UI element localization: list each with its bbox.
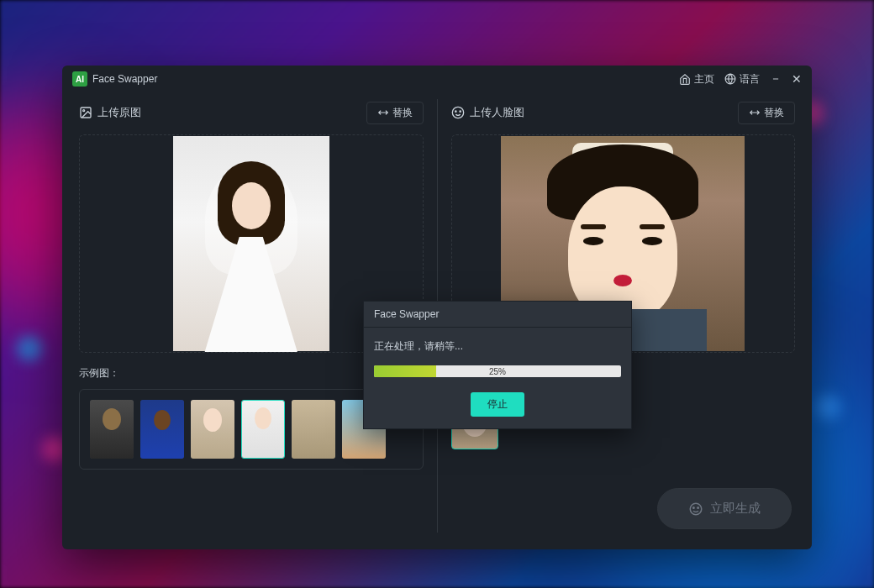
- progress-fill: [374, 365, 436, 377]
- stop-button[interactable]: 停止: [471, 392, 524, 417]
- example-thumb[interactable]: [90, 400, 134, 459]
- progress-bar: 25%: [374, 365, 621, 377]
- image-icon: [79, 106, 92, 119]
- left-panel-header: 上传原图 替换: [79, 99, 424, 126]
- svg-point-6: [690, 503, 702, 515]
- bokeh-light: [815, 395, 840, 420]
- right-panel-header: 上传人脸图 替换: [451, 99, 796, 126]
- dialog-message: 正在处理，请稍等...: [374, 339, 621, 354]
- left-panel-title: 上传原图: [97, 105, 141, 120]
- source-image: [173, 136, 329, 351]
- mask-icon: [688, 501, 703, 517]
- app-logo: AI: [72, 71, 87, 87]
- home-label: 主页: [694, 72, 714, 87]
- language-link[interactable]: 语言: [724, 72, 760, 87]
- globe-icon: [724, 73, 736, 85]
- progress-dialog: Face Swapper 正在处理，请稍等... 25% 停止: [363, 301, 632, 429]
- right-panel-title: 上传人脸图: [470, 105, 524, 120]
- generate-button[interactable]: 立即生成: [657, 488, 792, 529]
- minimize-button[interactable]: －: [770, 71, 782, 87]
- example-thumb[interactable]: [140, 400, 184, 459]
- svg-point-3: [452, 107, 463, 118]
- bokeh-light: [17, 336, 42, 361]
- svg-point-4: [455, 111, 455, 112]
- left-replace-button[interactable]: 替换: [366, 102, 424, 124]
- right-replace-button[interactable]: 替换: [738, 102, 795, 124]
- swap-icon: [377, 107, 389, 118]
- app-window: AI Face Swapper 主页 语言 － ✕ 上传原图: [62, 66, 812, 549]
- generate-label: 立即生成: [710, 501, 761, 517]
- dialog-title: Face Swapper: [364, 302, 631, 328]
- app-title: Face Swapper: [92, 73, 157, 85]
- svg-point-2: [83, 110, 85, 112]
- home-link[interactable]: 主页: [679, 72, 714, 87]
- progress-text: 25%: [489, 367, 506, 376]
- close-button[interactable]: ✕: [792, 72, 802, 86]
- example-thumb[interactable]: [292, 400, 335, 459]
- svg-point-5: [460, 111, 461, 112]
- svg-point-8: [698, 507, 699, 508]
- home-icon: [679, 73, 691, 85]
- svg-point-7: [693, 507, 695, 508]
- face-icon: [451, 106, 465, 119]
- left-replace-label: 替换: [392, 106, 413, 120]
- example-thumb[interactable]: [241, 400, 285, 459]
- right-replace-label: 替换: [764, 106, 784, 120]
- example-thumb[interactable]: [191, 400, 234, 459]
- titlebar: AI Face Swapper 主页 语言 － ✕: [62, 66, 812, 92]
- swap-icon: [749, 107, 761, 118]
- language-label: 语言: [740, 72, 760, 87]
